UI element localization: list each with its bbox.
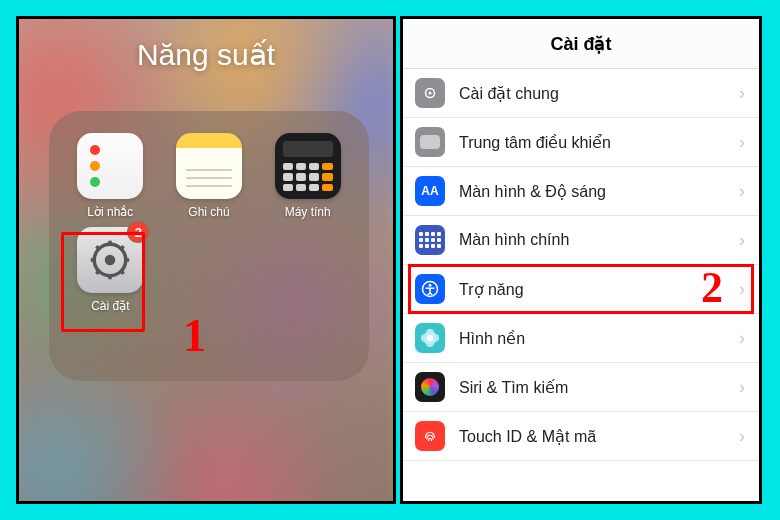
settings-panel: Cài đặt Cài đặt chung › Trung tâm điều k… bbox=[400, 16, 762, 504]
row-label: Touch ID & Mật mã bbox=[459, 427, 739, 446]
display-brightness-icon: AA bbox=[415, 176, 445, 206]
touch-id-icon bbox=[415, 421, 445, 451]
settings-row-wallpaper[interactable]: Hình nền › bbox=[403, 314, 759, 363]
svg-point-1 bbox=[105, 255, 116, 266]
settings-icon: 2 bbox=[77, 227, 143, 293]
accessibility-icon bbox=[415, 274, 445, 304]
row-label: Màn hình chính bbox=[459, 231, 739, 249]
control-center-icon bbox=[415, 127, 445, 157]
folder-title: Năng suất bbox=[19, 37, 393, 72]
gear-icon bbox=[415, 78, 445, 108]
chevron-right-icon: › bbox=[739, 181, 745, 202]
folder-container: Lời nhắc Ghi chú Máy tính 2 bbox=[49, 111, 369, 381]
row-label: Hình nền bbox=[459, 329, 739, 348]
settings-row-touch-id[interactable]: Touch ID & Mật mã › bbox=[403, 412, 759, 461]
settings-row-general[interactable]: Cài đặt chung › bbox=[403, 69, 759, 118]
app-label: Ghi chú bbox=[188, 205, 229, 219]
settings-row-siri[interactable]: Siri & Tìm kiếm › bbox=[403, 363, 759, 412]
chevron-right-icon: › bbox=[739, 83, 745, 104]
reminders-icon bbox=[77, 133, 143, 199]
settings-row-display[interactable]: AA Màn hình & Độ sáng › bbox=[403, 167, 759, 216]
chevron-right-icon: › bbox=[739, 230, 745, 251]
row-label: Cài đặt chung bbox=[459, 84, 739, 103]
chevron-right-icon: › bbox=[739, 377, 745, 398]
chevron-right-icon: › bbox=[739, 426, 745, 447]
calculator-icon bbox=[275, 133, 341, 199]
siri-icon bbox=[415, 372, 445, 402]
app-label: Lời nhắc bbox=[87, 205, 133, 219]
row-label: Siri & Tìm kiếm bbox=[459, 378, 739, 397]
app-label: Cài đặt bbox=[91, 299, 129, 313]
chevron-right-icon: › bbox=[739, 132, 745, 153]
row-label: Trợ năng bbox=[459, 280, 739, 299]
app-calculator[interactable]: Máy tính bbox=[275, 133, 341, 219]
app-label: Máy tính bbox=[285, 205, 331, 219]
svg-point-11 bbox=[429, 92, 432, 95]
annotation-number-2: 2 bbox=[701, 262, 723, 313]
row-label: Trung tâm điều khiển bbox=[459, 133, 739, 152]
homescreen-folder-panel: Năng suất Lời nhắc Ghi chú Máy bbox=[16, 16, 396, 504]
app-reminders[interactable]: Lời nhắc bbox=[77, 133, 143, 219]
notification-badge: 2 bbox=[127, 221, 149, 243]
app-settings[interactable]: 2 Cài đặt bbox=[77, 227, 143, 313]
notes-icon bbox=[176, 133, 242, 199]
settings-row-home-screen[interactable]: Màn hình chính › bbox=[403, 216, 759, 265]
chevron-right-icon: › bbox=[739, 328, 745, 349]
annotation-number-1: 1 bbox=[183, 309, 206, 362]
row-label: Màn hình & Độ sáng bbox=[459, 182, 739, 201]
app-notes[interactable]: Ghi chú bbox=[176, 133, 242, 219]
wallpaper-icon bbox=[415, 323, 445, 353]
settings-row-control-center[interactable]: Trung tâm điều khiển › bbox=[403, 118, 759, 167]
chevron-right-icon: › bbox=[739, 279, 745, 300]
home-screen-icon bbox=[415, 225, 445, 255]
settings-header: Cài đặt bbox=[403, 19, 759, 69]
svg-point-13 bbox=[429, 284, 432, 287]
